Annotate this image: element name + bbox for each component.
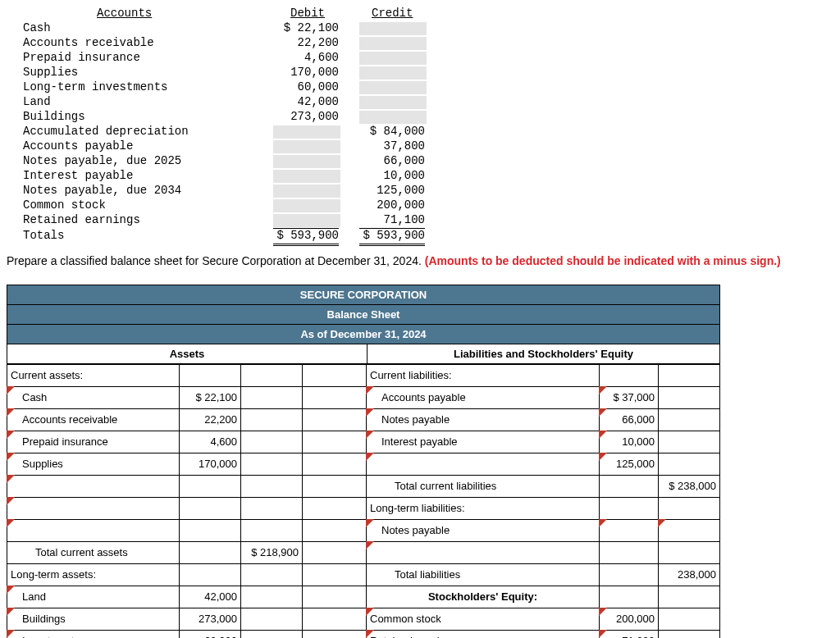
liability-account-cell[interactable] [367, 541, 600, 563]
instruction-warning: (Amounts to be deducted should be indica… [425, 254, 781, 267]
instruction-main: Prepare a classified balance sheet for S… [7, 254, 425, 267]
tb-header-accounts: Accounts [97, 7, 152, 21]
input-flag-icon [7, 586, 15, 594]
tb-debit: 273,000 [273, 110, 339, 125]
asset-amount-2: $ 218,900 [241, 541, 303, 563]
asset-amount-1[interactable]: 60,000 [180, 630, 241, 638]
tb-account: Prepaid insurance [23, 51, 140, 66]
liability-account-cell[interactable]: Notes payable [367, 519, 600, 541]
tb-credit: 71,100 [359, 213, 425, 228]
liability-account-cell: Long-term liabilities: [367, 497, 600, 519]
bs-row: Long-term assets:Total liabilities238,00… [7, 563, 720, 586]
liability-amount-1 [600, 475, 659, 497]
asset-amount-3 [303, 408, 367, 431]
assets-header: Assets [7, 344, 368, 363]
liability-account-cell: Total liabilities [367, 563, 600, 586]
tb-account: Buildings [23, 110, 85, 125]
liability-amount-1 [600, 563, 659, 586]
tb-account: Retained earnings [23, 213, 140, 228]
balance-sheet-table: Current assets:Current liabilities:Cash$… [7, 364, 720, 638]
asset-amount-2 [241, 497, 303, 519]
liability-amount-1[interactable]: 10,000 [600, 431, 659, 453]
asset-amount-1[interactable]: $ 22,100 [180, 386, 241, 408]
asset-amount-3 [303, 364, 367, 386]
tb-credit: 10,000 [359, 169, 425, 184]
asset-account-cell[interactable]: Land [7, 586, 180, 608]
liability-amount-1[interactable]: 71,000 [600, 630, 659, 638]
tb-row: Long-term investments60,000 [7, 80, 833, 95]
liability-amount-1 [600, 364, 659, 386]
liability-amount-1[interactable]: 200,000 [600, 608, 659, 630]
input-flag-icon [366, 519, 374, 527]
input-flag-icon [7, 431, 15, 439]
asset-amount-2 [241, 630, 303, 638]
instruction-text: Prepare a classified balance sheet for S… [7, 253, 794, 270]
bs-row: Supplies170,000125,000 [7, 453, 720, 475]
trial-balance: AccountsDebitCreditCash$ 22,100Accounts … [7, 7, 833, 244]
input-flag-icon [599, 386, 607, 394]
asset-amount-2 [241, 431, 303, 453]
asset-amount-1[interactable]: 170,000 [180, 453, 241, 475]
asset-account-cell[interactable] [7, 519, 180, 541]
liability-account-cell[interactable]: Notes payable [367, 408, 600, 431]
liabilities-header: Liabilities and Stockholders' Equity [368, 344, 719, 363]
asset-amount-3 [303, 541, 367, 563]
input-flag-icon [7, 608, 15, 616]
liability-amount-2 [659, 541, 720, 563]
input-flag-icon [7, 453, 15, 461]
input-flag-icon [7, 519, 15, 527]
asset-amount-2 [241, 608, 303, 630]
liability-account-cell[interactable]: Accounts payable [367, 386, 600, 408]
tb-account: Cash [23, 21, 51, 36]
bs-row: Cash$ 22,100Accounts payable$ 37,000 [7, 386, 720, 408]
liability-amount-2[interactable] [659, 519, 720, 541]
asset-amount-3 [303, 519, 367, 541]
asset-account-cell[interactable]: Prepaid insurance [7, 431, 180, 453]
tb-debit: 170,000 [273, 66, 339, 80]
liability-account-cell[interactable]: Retained earnings [367, 630, 600, 638]
liability-account-cell[interactable]: Common stock [367, 608, 600, 630]
tb-account: Notes payable, due 2025 [23, 154, 181, 169]
asset-account-cell[interactable]: Cash [7, 386, 180, 408]
asset-amount-3 [303, 608, 367, 630]
asset-amount-1[interactable]: 4,600 [180, 431, 241, 453]
liability-account-cell[interactable]: Interest payable [367, 431, 600, 453]
asset-account-cell: Long-term assets: [7, 563, 180, 586]
asset-account-cell[interactable]: Supplies [7, 453, 180, 475]
input-flag-icon [7, 386, 15, 394]
input-flag-icon [7, 475, 15, 483]
liability-amount-1 [600, 586, 659, 608]
asset-account-cell[interactable]: Investments [7, 630, 180, 638]
asset-amount-1[interactable]: 273,000 [180, 608, 241, 630]
tb-account: Accounts payable [23, 139, 133, 154]
asset-account-cell[interactable]: Buildings [7, 608, 180, 630]
asset-amount-2 [241, 519, 303, 541]
liability-amount-1[interactable]: 66,000 [600, 408, 659, 431]
input-flag-icon [7, 408, 15, 417]
tb-credit: 200,000 [359, 198, 425, 213]
asset-amount-1[interactable]: 22,200 [180, 408, 241, 431]
tb-row: Notes payable, due 2034125,000 [7, 184, 833, 198]
liability-account-cell[interactable] [367, 453, 600, 475]
asset-amount-1 [180, 364, 241, 386]
liability-amount-1[interactable]: $ 37,000 [600, 386, 659, 408]
asset-amount-1 [180, 541, 241, 563]
asset-account-cell[interactable]: Accounts receivable [7, 408, 180, 431]
liability-account-cell: Total current liabilities [367, 475, 600, 497]
tb-account: Interest payable [23, 169, 133, 184]
liability-amount-1[interactable]: 125,000 [600, 453, 659, 475]
asset-account-cell[interactable] [7, 475, 180, 497]
bs-row: Long-term liabilities: [7, 497, 720, 519]
liability-amount-2: $ 238,000 [659, 475, 720, 497]
asset-amount-3 [303, 630, 367, 638]
tb-row: Supplies170,000 [7, 66, 833, 80]
bs-row: Accounts receivable22,200Notes payable66… [7, 408, 720, 431]
tb-row: Land42,000 [7, 95, 833, 110]
liability-amount-1 [600, 519, 659, 541]
tb-credit: 125,000 [359, 184, 425, 198]
asset-amount-1[interactable]: 42,000 [180, 586, 241, 608]
bs-row: Total current assets$ 218,900 [7, 541, 720, 563]
input-flag-icon [599, 519, 607, 527]
asset-account-cell[interactable] [7, 497, 180, 519]
asset-amount-1 [180, 475, 241, 497]
